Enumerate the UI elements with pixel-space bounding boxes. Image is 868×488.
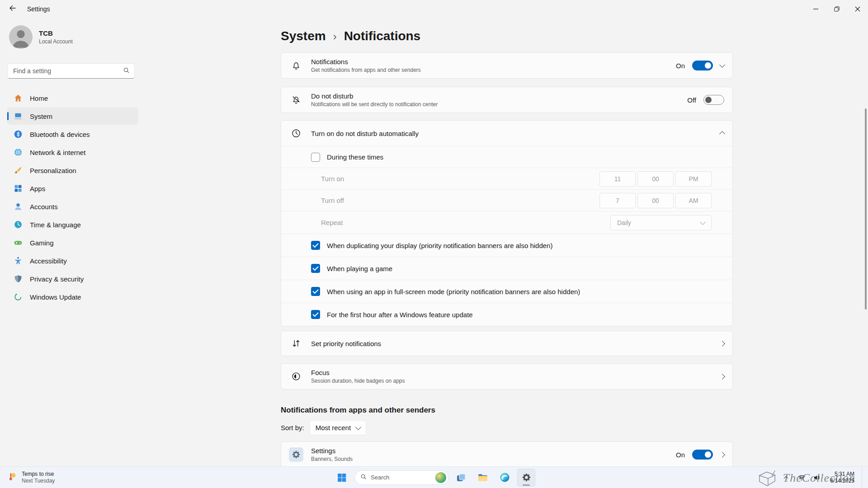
sort-by-label: Sort by: (281, 424, 304, 432)
settings-search-box[interactable] (7, 63, 135, 79)
clock-date: 6/14/2025 (830, 478, 854, 484)
search-icon (123, 67, 130, 75)
toggle-state-label: Off (687, 96, 696, 104)
gear-icon (521, 472, 532, 483)
clock-time: 5:31 AM (830, 471, 854, 478)
priority-sort-icon (281, 338, 311, 348)
sidebar-item-label: Privacy & security (30, 275, 84, 283)
sidebar-item-label: Accounts (30, 203, 58, 211)
restore-button[interactable] (826, 0, 847, 18)
during-these-times-checkbox[interactable] (311, 153, 320, 162)
widgets-button[interactable]: Temps to rise Next Tuesday (0, 467, 62, 488)
vertical-scrollbar[interactable] (865, 108, 867, 310)
playing-game-checkbox[interactable] (311, 264, 320, 273)
hour-field: 7 (599, 193, 636, 208)
checkbox-label: During these times (327, 153, 383, 161)
setting-title: Focus (311, 369, 405, 376)
minimize-button[interactable] (806, 0, 826, 18)
turn-on-time-row: Turn on 11 00 PM (281, 168, 732, 189)
card-do-not-disturb[interactable]: Do not disturb Notifications will be sen… (281, 87, 733, 113)
duplicating-display-checkbox[interactable] (311, 241, 320, 250)
taskbar-search-placeholder: Search (371, 474, 431, 481)
sidebar-item-label: Apps (30, 185, 45, 192)
sidebar-item-accounts[interactable]: Accounts (7, 198, 138, 215)
close-button[interactable] (847, 0, 868, 18)
sidebar-item-label: Windows Update (30, 293, 81, 301)
card-priority-notifications[interactable]: Set priority notifications (281, 331, 733, 356)
sidebar-item-windows-update[interactable]: Windows Update (7, 288, 138, 305)
taskbar-clock[interactable]: 5:31 AM 6/14/2025 (826, 471, 859, 484)
turn-off-time-row: Turn off 7 00 AM (281, 189, 732, 211)
minimize-icon (813, 6, 819, 12)
sidebar-item-system[interactable]: System (7, 108, 138, 125)
notifications-toggle[interactable] (692, 61, 713, 70)
breadcrumb-separator-icon: › (333, 29, 337, 43)
apps-icon (14, 184, 23, 193)
toggle-state-label: On (676, 451, 685, 459)
sidebar-item-network-internet[interactable]: Network & internet (7, 144, 138, 161)
wifi-icon (797, 474, 806, 482)
hour-field: 11 (599, 171, 636, 187)
setting-title: Set priority notifications (311, 340, 381, 347)
app-name: Settings (311, 447, 353, 455)
turn-off-time-picker: 7 00 AM (599, 193, 712, 208)
fullscreen-app-checkbox[interactable] (311, 287, 320, 296)
chevron-down-icon[interactable] (719, 62, 725, 68)
person-icon (9, 25, 33, 49)
bluetooth-icon (14, 130, 23, 139)
taskbar-search-box[interactable]: Search (354, 470, 448, 485)
user-name: TCB (39, 29, 73, 37)
settings-taskbar-button[interactable] (517, 469, 535, 487)
settings-app-toggle[interactable] (692, 450, 713, 460)
chevron-right-icon (719, 341, 725, 347)
user-account-button[interactable]: TCB Local Account (7, 23, 146, 52)
windows-update-icon (14, 292, 23, 301)
network-tray-button[interactable] (795, 471, 808, 484)
chevron-down-icon (700, 219, 706, 225)
sidebar-item-apps[interactable]: Apps (7, 180, 138, 197)
edge-button[interactable] (495, 469, 514, 487)
repeat-label: Repeat (321, 219, 343, 226)
sidebar-item-gaming[interactable]: Gaming (7, 234, 138, 251)
setting-subtitle: Session duration, hide badges on apps (311, 378, 405, 384)
checkbox-label: When duplicating your display (priority … (327, 242, 552, 249)
sidebar-item-label: Accessibility (30, 257, 67, 265)
breadcrumb-parent[interactable]: System (281, 29, 326, 43)
chevron-up-icon[interactable] (719, 131, 725, 137)
window-title: Settings (27, 5, 50, 13)
tray-overflow-button[interactable] (780, 471, 793, 484)
sidebar-item-label: Gaming (30, 239, 54, 247)
auto-dnd-option-row: When playing a game (281, 257, 732, 280)
gaming-icon (14, 238, 23, 247)
feature-update-checkbox[interactable] (311, 310, 320, 319)
show-desktop-button[interactable] (862, 467, 864, 488)
sidebar-nav: Home System Bluetooth & devices Network … (7, 89, 146, 305)
sidebar-item-accessibility[interactable]: Accessibility (7, 252, 138, 269)
do-not-disturb-toggle[interactable] (703, 95, 724, 105)
card-notifications[interactable]: Notifications Get notifications from app… (281, 52, 733, 79)
bell-off-icon (281, 95, 311, 105)
avatar (9, 25, 33, 49)
sidebar-item-home[interactable]: Home (7, 89, 138, 107)
task-view-button[interactable] (452, 469, 470, 487)
auto-dnd-expander-header[interactable]: Turn on do not disturb automatically (281, 121, 732, 146)
back-button[interactable] (4, 1, 22, 17)
setting-subtitle: Notifications will be sent directly to n… (311, 101, 438, 108)
accounts-icon (14, 202, 23, 211)
sidebar-item-personalization[interactable]: Personalization (7, 162, 138, 179)
accessibility-icon (14, 256, 23, 265)
setting-title: Notifications (311, 58, 421, 66)
file-explorer-button[interactable] (474, 469, 492, 487)
volume-tray-button[interactable] (811, 471, 823, 484)
start-button[interactable] (333, 469, 351, 487)
search-input[interactable] (12, 67, 123, 75)
sidebar-item-time-language[interactable]: Time & language (7, 216, 138, 233)
app-row-settings[interactable]: Settings Banners, Sounds On (281, 441, 733, 466)
sort-dropdown[interactable]: Most recent (310, 420, 366, 435)
task-view-icon (456, 472, 467, 483)
home-icon (14, 94, 23, 103)
card-focus[interactable]: Focus Session duration, hide badges on a… (281, 363, 733, 389)
sidebar-item-bluetooth-devices[interactable]: Bluetooth & devices (7, 126, 138, 143)
sidebar-item-privacy-security[interactable]: Privacy & security (7, 270, 138, 287)
setting-title: Do not disturb (311, 92, 438, 100)
